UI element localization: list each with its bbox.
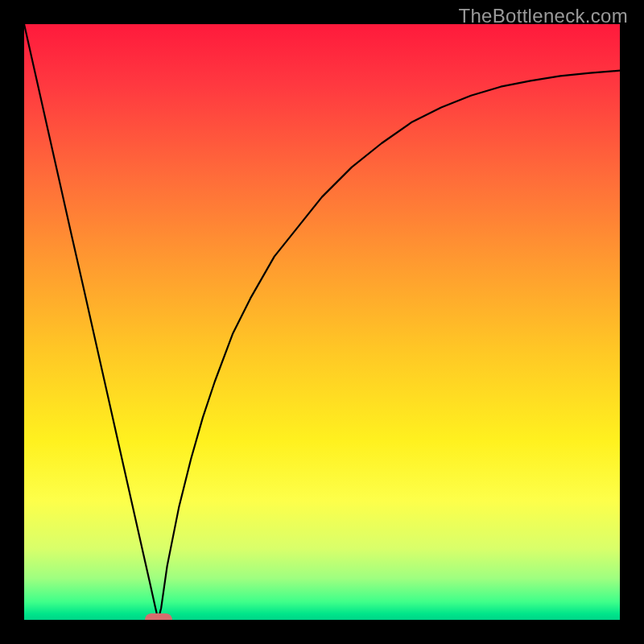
chart-frame: TheBottleneck.com [0,0,644,644]
optimum-marker [145,613,172,620]
plot-area [24,24,620,620]
watermark-text: TheBottleneck.com [458,5,628,27]
bottleneck-curve [24,24,620,620]
